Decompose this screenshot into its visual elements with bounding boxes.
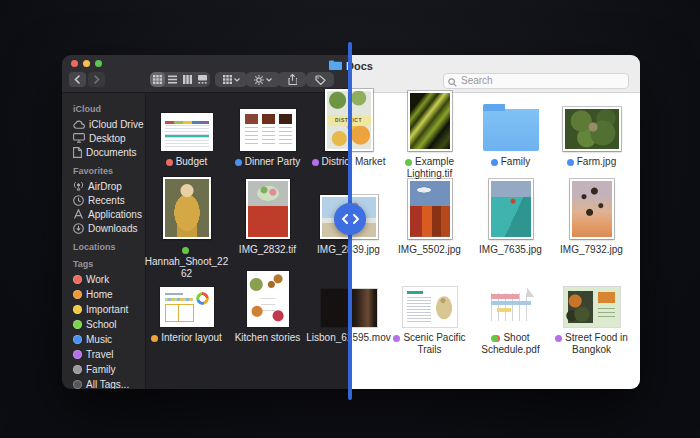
sidebar-section-header-locations: Locations: [73, 242, 145, 252]
sidebar-item-label: Music: [86, 334, 112, 345]
sidebar-item-label: Travel: [86, 349, 113, 360]
sidebar-item-all-tags[interactable]: All Tags...: [62, 377, 145, 389]
forward-button[interactable]: [88, 72, 105, 87]
file-tag-dot: [312, 159, 319, 166]
sidebar-item-airdrop[interactable]: AirDrop: [62, 179, 145, 193]
sidebar-item-label: School: [86, 319, 117, 330]
file-thumbnail: [240, 93, 296, 151]
file-thumbnail: [564, 269, 620, 327]
tag-color-dot: [73, 365, 82, 374]
view-list-button[interactable]: [165, 72, 180, 87]
sidebar-item-home[interactable]: Home: [62, 287, 145, 302]
file-item-img-7635-jpg[interactable]: IMG_7635.jpg: [470, 181, 551, 269]
view-gallery-button[interactable]: [195, 72, 210, 87]
file-item-budget[interactable]: Budget: [146, 93, 227, 181]
clock-icon: [73, 195, 84, 206]
file-item-example-lighting-tif[interactable]: Example Lighting.tif: [389, 93, 470, 181]
file-label: IMG_7635.jpg: [479, 244, 542, 256]
downloads-icon: [73, 223, 84, 234]
tag-color-dot: [73, 350, 82, 359]
file-label: Shoot Schedule.pdf: [481, 332, 539, 356]
file-label: Budget: [166, 156, 208, 168]
file-tag-dot: [491, 335, 498, 342]
file-tag-dot: [166, 159, 173, 166]
file-label: IMG_7932.jpg: [560, 244, 623, 256]
file-tag-dot: [151, 335, 158, 342]
chevron-right-icon: [353, 214, 359, 224]
chevron-down-icon: [234, 78, 240, 82]
file-tag-dot: [555, 335, 562, 342]
file-label: Dinner Party: [235, 156, 301, 168]
sidebar-item-downloads[interactable]: Downloads: [62, 221, 145, 235]
cloud-icon: [73, 120, 85, 129]
view-switcher: [150, 72, 210, 87]
file-tag-dot: [567, 159, 574, 166]
sidebar-item-label: All Tags...: [86, 379, 129, 389]
desktop-icon: [73, 133, 85, 143]
tag-color-dot: [73, 320, 82, 329]
file-thumbnail: [487, 269, 535, 327]
share-button[interactable]: [278, 72, 306, 87]
search-icon: [448, 73, 457, 91]
tags-button[interactable]: [306, 72, 334, 87]
view-grid-button[interactable]: [150, 72, 165, 87]
tag-icon: [315, 75, 326, 85]
sidebar-item-work[interactable]: Work: [62, 272, 145, 287]
sidebar-item-recents[interactable]: Recents: [62, 193, 145, 207]
folder-icon: [329, 60, 342, 72]
chevron-down-icon: [266, 78, 272, 82]
file-thumbnail: [247, 269, 289, 327]
sidebar-item-label: Work: [86, 274, 109, 285]
file-item-img-5502-jpg[interactable]: IMG_5502.jpg: [389, 181, 470, 269]
file-label: Example Lighting.tif: [405, 156, 454, 180]
sidebar-item-desktop[interactable]: Desktop: [62, 131, 145, 145]
file-tag-dot: [182, 247, 189, 254]
sidebar-section-header-tags: Tags: [73, 259, 145, 269]
sidebar-section-header-icloud: iCloud: [73, 104, 145, 114]
file-item-interior-layout[interactable]: Interior layout: [146, 269, 227, 357]
desktop: Docs: [0, 0, 700, 438]
gear-icon: [254, 75, 264, 85]
sidebar-item-school[interactable]: School: [62, 317, 145, 332]
file-label: Interior layout: [151, 332, 222, 344]
sidebar-item-icloud-drive[interactable]: iCloud Drive: [62, 117, 145, 131]
sidebar-item-important[interactable]: Important: [62, 302, 145, 317]
file-tag-dot: [393, 335, 400, 342]
file-thumbnail: [163, 181, 211, 239]
file-item-shoot-schedule-pdf[interactable]: Shoot Schedule.pdf: [470, 269, 551, 357]
file-thumbnail: [408, 181, 452, 239]
action-button[interactable]: [246, 72, 280, 87]
file-item-dinner-party[interactable]: Dinner Party: [227, 93, 308, 181]
file-thumbnail: [570, 181, 614, 239]
tag-color-dot: [73, 290, 82, 299]
file-item-scenic-pacific-trails[interactable]: Scenic Pacific Trails: [389, 269, 470, 357]
sidebar-item-label: Desktop: [89, 133, 126, 144]
sidebar-item-label: Home: [86, 289, 113, 300]
sidebar-item-applications[interactable]: Applications: [62, 207, 145, 221]
file-tag-dot: [491, 159, 498, 166]
group-button[interactable]: [215, 72, 247, 87]
comparison-slider-handle[interactable]: [334, 203, 366, 235]
file-item-farm-jpg[interactable]: Farm.jpg: [551, 93, 632, 181]
file-label: Street Food in Bangkok: [555, 332, 628, 356]
file-item-img-7932-jpg[interactable]: IMG_7932.jpg: [551, 181, 632, 269]
file-thumbnail: [563, 93, 621, 151]
view-columns-button[interactable]: [180, 72, 195, 87]
applications-icon: [73, 209, 84, 219]
file-item-kitchen-stories[interactable]: Kitchen stories: [227, 269, 308, 357]
sidebar-item-music[interactable]: Music: [62, 332, 145, 347]
file-item-street-food-in-bangkok[interactable]: Street Food in Bangkok: [551, 269, 632, 357]
file-thumbnail: [408, 93, 452, 151]
sidebar-item-family[interactable]: Family: [62, 362, 145, 377]
file-item-hannah-shoot-22-62[interactable]: Hannah_Shoot_22 62: [146, 181, 227, 269]
file-item-img-2832-tif[interactable]: IMG_2832.tif: [227, 181, 308, 269]
back-button[interactable]: [69, 72, 86, 87]
sidebar-item-documents[interactable]: Documents: [62, 145, 145, 159]
search-input[interactable]: [443, 73, 629, 89]
file-item-family[interactable]: Family: [470, 93, 551, 181]
sidebar-item-label: Downloads: [88, 223, 137, 234]
sidebar-item-travel[interactable]: Travel: [62, 347, 145, 362]
search-field: [443, 70, 629, 86]
sidebar-section-header-favorites: Favorites: [73, 166, 145, 176]
file-label: Farm.jpg: [567, 156, 616, 168]
